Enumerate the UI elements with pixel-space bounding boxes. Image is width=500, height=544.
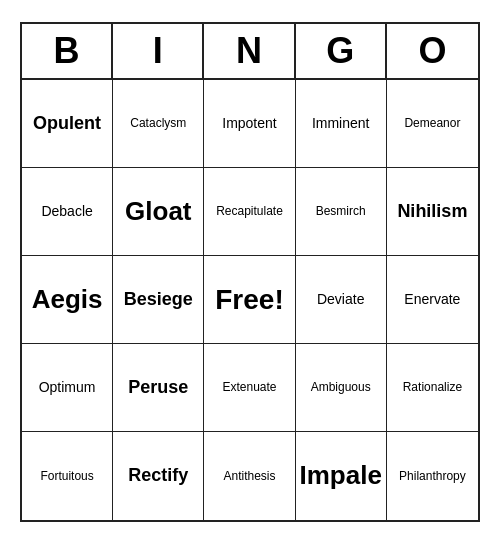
bingo-cell-r1-c4: Nihilism (387, 168, 478, 256)
cell-text: Gloat (125, 196, 191, 227)
header-letter: N (204, 24, 295, 78)
cell-text: Impotent (222, 115, 276, 132)
bingo-cell-r0-c3: Imminent (296, 80, 387, 168)
bingo-cell-r2-c4: Enervate (387, 256, 478, 344)
bingo-cell-r4-c4: Philanthropy (387, 432, 478, 520)
header-letter: G (296, 24, 387, 78)
bingo-cell-r0-c1: Cataclysm (113, 80, 204, 168)
cell-text: Imminent (312, 115, 370, 132)
bingo-cell-r4-c1: Rectify (113, 432, 204, 520)
cell-text: Impale (300, 460, 382, 491)
cell-text: Deviate (317, 291, 364, 308)
cell-text: Ambiguous (311, 380, 371, 394)
cell-text: Antithesis (223, 469, 275, 483)
bingo-cell-r1-c2: Recapitulate (204, 168, 295, 256)
cell-text: Recapitulate (216, 204, 283, 218)
cell-text: Besmirch (316, 204, 366, 218)
bingo-cell-r1-c1: Gloat (113, 168, 204, 256)
bingo-header: BINGO (22, 24, 478, 80)
bingo-cell-r2-c0: Aegis (22, 256, 113, 344)
cell-text: Aegis (32, 284, 103, 315)
cell-text: Opulent (33, 113, 101, 135)
bingo-cell-r2-c3: Deviate (296, 256, 387, 344)
header-letter: O (387, 24, 478, 78)
bingo-grid: OpulentCataclysmImpotentImminentDemeanor… (22, 80, 478, 520)
bingo-cell-r4-c0: Fortuitous (22, 432, 113, 520)
cell-text: Demeanor (404, 116, 460, 130)
cell-text: Fortuitous (40, 469, 93, 483)
bingo-cell-r0-c0: Opulent (22, 80, 113, 168)
cell-text: Nihilism (397, 201, 467, 223)
cell-text: Optimum (39, 379, 96, 396)
bingo-card: BINGO OpulentCataclysmImpotentImminentDe… (20, 22, 480, 522)
bingo-cell-r3-c2: Extenuate (204, 344, 295, 432)
cell-text: Debacle (41, 203, 92, 220)
cell-text: Philanthropy (399, 469, 466, 483)
cell-text: Free! (215, 283, 283, 317)
bingo-cell-r4-c3: Impale (296, 432, 387, 520)
bingo-cell-r3-c1: Peruse (113, 344, 204, 432)
bingo-cell-r3-c0: Optimum (22, 344, 113, 432)
cell-text: Rectify (128, 465, 188, 487)
cell-text: Extenuate (222, 380, 276, 394)
bingo-cell-r2-c1: Besiege (113, 256, 204, 344)
bingo-cell-r2-c2: Free! (204, 256, 295, 344)
bingo-cell-r1-c3: Besmirch (296, 168, 387, 256)
cell-text: Peruse (128, 377, 188, 399)
cell-text: Enervate (404, 291, 460, 308)
bingo-cell-r1-c0: Debacle (22, 168, 113, 256)
header-letter: B (22, 24, 113, 78)
bingo-cell-r3-c4: Rationalize (387, 344, 478, 432)
cell-text: Besiege (124, 289, 193, 311)
bingo-cell-r0-c2: Impotent (204, 80, 295, 168)
bingo-cell-r4-c2: Antithesis (204, 432, 295, 520)
bingo-cell-r0-c4: Demeanor (387, 80, 478, 168)
cell-text: Rationalize (403, 380, 462, 394)
cell-text: Cataclysm (130, 116, 186, 130)
header-letter: I (113, 24, 204, 78)
bingo-cell-r3-c3: Ambiguous (296, 344, 387, 432)
